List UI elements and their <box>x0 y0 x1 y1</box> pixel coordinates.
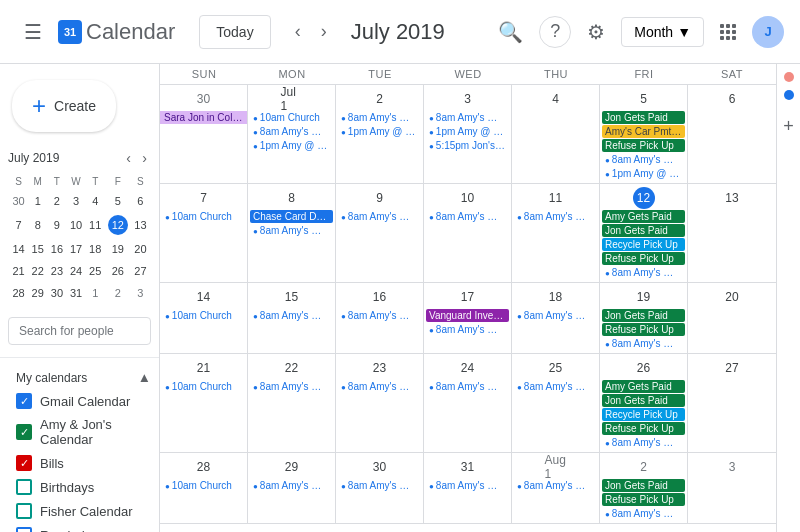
create-button[interactable]: + Create <box>12 80 116 132</box>
calendar-date[interactable]: 7 <box>193 187 215 209</box>
mini-cal-day[interactable]: 23 <box>48 261 65 281</box>
mini-cal-day[interactable]: 22 <box>29 261 46 281</box>
calendar-date[interactable]: 30 <box>369 456 391 478</box>
calendar-date[interactable]: 19 <box>633 286 655 308</box>
mini-cal-day[interactable]: 30 <box>48 283 65 303</box>
calendar-date[interactable]: 28 <box>193 456 215 478</box>
mini-cal-day[interactable]: 16 <box>48 239 65 259</box>
right-sidebar-add[interactable]: + <box>783 116 794 137</box>
calendar-event[interactable]: 8am Amy's @ RWD <box>250 224 333 237</box>
calendar-event[interactable]: Vanguard Investmen <box>426 309 509 322</box>
calendar-date[interactable]: 10 <box>457 187 479 209</box>
search-icon[interactable]: 🔍 <box>490 12 531 52</box>
mini-cal-day[interactable]: 29 <box>29 283 46 303</box>
calendar-event[interactable]: Amy Gets Paid <box>602 210 685 223</box>
calendar-date[interactable]: 8 <box>281 187 303 209</box>
mini-cal-day[interactable]: 3 <box>67 191 84 211</box>
mini-cal-day[interactable]: 11 <box>87 213 104 237</box>
calendar-event[interactable]: 8am Amy's @ RWD <box>250 479 333 492</box>
calendar-event[interactable]: 8am Amy's @ RWD <box>602 436 685 449</box>
mini-cal-day[interactable]: 19 <box>106 239 130 259</box>
calendar-event[interactable]: 8am Amy's @ RWD <box>602 507 685 520</box>
calendar-event[interactable]: 8am Amy's @ RWD <box>426 479 509 492</box>
calendar-date[interactable]: 25 <box>545 357 567 379</box>
calendar-event[interactable]: Chase Card Due Sick <box>250 210 333 223</box>
mini-cal-day[interactable]: 28 <box>10 283 27 303</box>
mini-cal-day[interactable]: 9 <box>48 213 65 237</box>
calendar-date[interactable]: 16 <box>369 286 391 308</box>
calendar-event[interactable]: Refuse Pick Up <box>602 252 685 265</box>
calendar-event[interactable]: Refuse Pick Up <box>602 139 685 152</box>
mini-prev-button[interactable]: ‹ <box>122 148 135 168</box>
calendar-checkbox[interactable] <box>16 503 32 519</box>
calendar-event[interactable]: 8am Amy's @ RWD <box>602 153 685 166</box>
mini-cal-day[interactable]: 18 <box>87 239 104 259</box>
calendar-date[interactable]: Jul 1 <box>281 88 303 110</box>
calendar-event[interactable]: 8am Amy's @ RWD <box>426 210 509 223</box>
calendar-event[interactable]: 8am Amy's @ RWD <box>338 111 421 124</box>
avatar[interactable]: J <box>752 16 784 48</box>
calendar-event[interactable]: Sara Jon in Colorado <box>160 111 247 124</box>
calendar-checkbox[interactable]: ✓ <box>16 393 32 409</box>
calendar-event[interactable]: 8am Amy's @ RWD <box>514 380 597 393</box>
calendar-event[interactable]: 10am Church <box>162 479 245 492</box>
calendar-event[interactable]: 8am Amy's @ WRD <box>426 111 509 124</box>
calendar-date[interactable]: 31 <box>457 456 479 478</box>
calendar-event[interactable]: Refuse Pick Up <box>602 323 685 336</box>
mini-cal-day[interactable]: 12 <box>106 213 130 237</box>
calendar-event[interactable]: 8am Amy's @ RWD <box>338 309 421 322</box>
mini-next-button[interactable]: › <box>138 148 151 168</box>
mini-cal-day[interactable]: 3 <box>132 283 149 303</box>
calendar-event[interactable]: 8am Amy's @ RWD <box>338 479 421 492</box>
calendar-date[interactable]: 20 <box>721 286 743 308</box>
calendar-event[interactable]: Jon Gets Paid <box>602 309 685 322</box>
calendar-event[interactable]: Jon Gets Paid <box>602 479 685 492</box>
calendar-event[interactable]: 1pm Amy @ Vintag <box>338 125 421 138</box>
calendar-date[interactable]: 2 <box>369 88 391 110</box>
mini-cal-day[interactable]: 4 <box>87 191 104 211</box>
mini-cal-day[interactable]: 7 <box>10 213 27 237</box>
mini-cal-day[interactable]: 20 <box>132 239 149 259</box>
calendar-date[interactable]: 12 <box>633 187 655 209</box>
mini-cal-day[interactable]: 8 <box>29 213 46 237</box>
calendar-date[interactable]: 29 <box>281 456 303 478</box>
calendar-date[interactable]: 30 <box>193 88 215 110</box>
search-people-input[interactable]: Search for people <box>8 317 151 345</box>
calendar-event[interactable]: Recycle Pick Up <box>602 408 685 421</box>
calendar-date[interactable]: 21 <box>193 357 215 379</box>
prev-month-button[interactable]: ‹ <box>287 17 309 46</box>
calendar-event[interactable]: 10am Church <box>162 380 245 393</box>
mini-cal-day[interactable]: 24 <box>67 261 84 281</box>
calendar-date[interactable]: 13 <box>721 187 743 209</box>
help-icon[interactable]: ? <box>539 16 571 48</box>
mini-cal-day[interactable]: 17 <box>67 239 84 259</box>
my-calendars-collapse[interactable]: ▲ <box>138 370 151 385</box>
calendar-date[interactable]: 15 <box>281 286 303 308</box>
calendar-date[interactable]: 14 <box>193 286 215 308</box>
calendar-event[interactable]: Jon Gets Paid <box>602 111 685 124</box>
calendar-checkbox[interactable] <box>16 479 32 495</box>
my-calendar-item[interactable]: Birthdays <box>0 475 159 499</box>
calendar-event[interactable]: Jon Gets Paid <box>602 224 685 237</box>
calendar-event[interactable]: 10am Church <box>162 210 245 223</box>
mini-cal-day[interactable]: 25 <box>87 261 104 281</box>
calendar-event[interactable]: 8am Amy's @ RWD <box>250 125 333 138</box>
calendar-checkbox[interactable]: ✓ <box>16 455 32 471</box>
calendar-date[interactable]: 27 <box>721 357 743 379</box>
calendar-date[interactable]: 24 <box>457 357 479 379</box>
calendar-checkbox[interactable]: ✓ <box>16 424 32 440</box>
mini-cal-day[interactable]: 27 <box>132 261 149 281</box>
mini-cal-day[interactable]: 10 <box>67 213 84 237</box>
mini-cal-day[interactable]: 21 <box>10 261 27 281</box>
calendar-event[interactable]: Refuse Pick Up <box>602 493 685 506</box>
calendar-event[interactable]: 1pm Amy @ Vintag <box>250 139 333 152</box>
calendar-date[interactable]: 18 <box>545 286 567 308</box>
calendar-date[interactable]: 3 <box>721 456 743 478</box>
mini-cal-day[interactable]: 15 <box>29 239 46 259</box>
mini-cal-day[interactable]: 14 <box>10 239 27 259</box>
mini-cal-day[interactable]: 26 <box>106 261 130 281</box>
calendar-event[interactable]: Amy's Car Pmt Due <box>602 125 685 138</box>
calendar-event[interactable]: 5:15pm Jon's Haire <box>426 139 509 152</box>
calendar-event[interactable]: 1pm Amy @ Vintag <box>426 125 509 138</box>
mini-cal-day[interactable]: 1 <box>29 191 46 211</box>
